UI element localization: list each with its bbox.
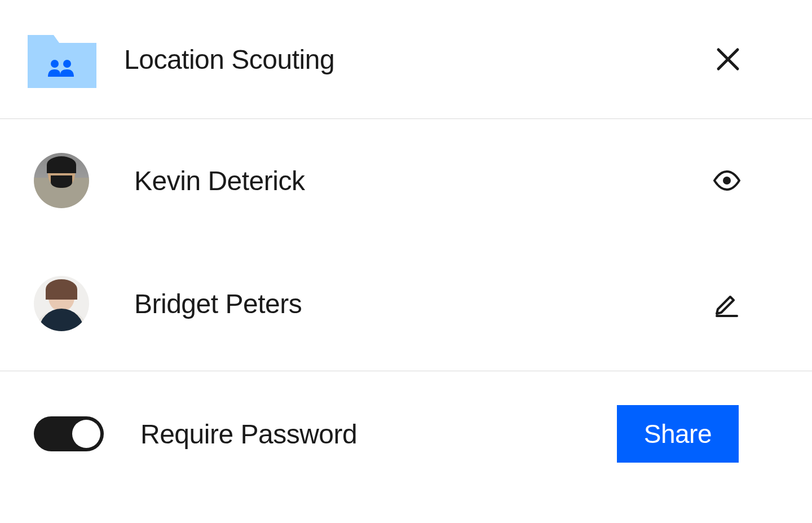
require-password-toggle[interactable]: [34, 416, 104, 451]
toggle-knob: [72, 420, 100, 448]
user-name: Bridget Peters: [134, 288, 712, 319]
avatar: [34, 276, 89, 331]
user-name: Kevin Deterick: [134, 165, 712, 196]
user-row: Bridget Peters: [34, 276, 787, 331]
dialog-header: Location Scouting: [0, 0, 812, 119]
permission-edit-button[interactable]: [712, 289, 742, 318]
permission-view-button[interactable]: [712, 166, 742, 195]
shared-folder-icon: [25, 28, 99, 90]
folder-title: Location Scouting: [124, 44, 714, 75]
toggle-label: Require Password: [140, 419, 617, 450]
avatar: [34, 153, 89, 208]
svg-point-1: [63, 60, 71, 68]
user-list: Kevin Deterick Bridget Peters: [0, 119, 812, 371]
dialog-footer: Require Password Share: [0, 371, 812, 496]
svg-point-4: [723, 177, 731, 184]
close-button[interactable]: [714, 46, 742, 73]
close-icon: [716, 47, 740, 71]
pencil-icon: [713, 290, 740, 317]
share-button[interactable]: Share: [617, 405, 739, 463]
svg-point-0: [51, 60, 59, 68]
user-row: Kevin Deterick: [34, 153, 787, 208]
eye-icon: [713, 167, 740, 194]
